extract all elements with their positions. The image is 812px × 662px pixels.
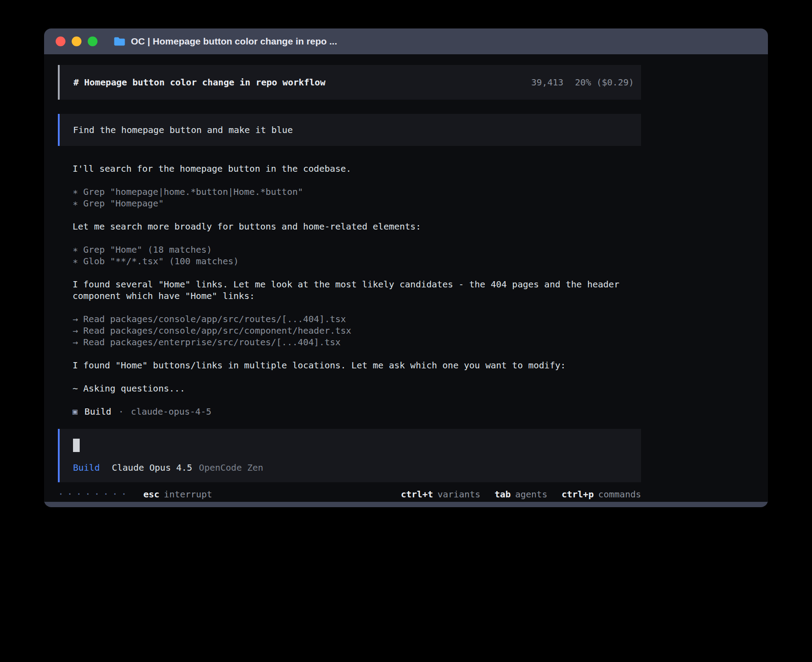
user-message-text: Find the homepage button and make it blu… (73, 125, 293, 135)
user-message: Find the homepage button and make it blu… (58, 114, 641, 146)
session-title: # Homepage button color change in repo w… (73, 77, 325, 88)
shortcut-label: agents (515, 488, 547, 500)
text-cursor (73, 439, 80, 452)
tool-call-grep: ∗ Grep "homepage|home.*button|Home.*butt… (73, 186, 641, 198)
shortcut-key: ctrl+p (561, 488, 593, 500)
spinner-dots: ········ (58, 488, 130, 500)
asking-questions-status: ~ Asking questions... (73, 383, 641, 394)
prompt-input[interactable]: Build Claude Opus 4.5 OpenCode Zen (58, 429, 641, 482)
provider-label: OpenCode Zen (199, 462, 264, 473)
agent-separator: · (118, 406, 124, 417)
status-bar-left: ········ esc interrupt (58, 488, 212, 500)
shortcut-label: commands (598, 488, 641, 500)
assistant-paragraph: I found several "Home" links. Let me loo… (73, 279, 641, 302)
session-content: # Homepage button color change in repo w… (44, 54, 641, 500)
agent-name: Build (85, 406, 111, 417)
token-count: 39,413 (531, 77, 563, 88)
tool-call-glob: ∗ Glob "**/*.tsx" (100 matches) (73, 255, 641, 267)
traffic-lights (56, 36, 97, 46)
input-modeline: Build Claude Opus 4.5 OpenCode Zen (73, 462, 628, 473)
status-bar: ········ esc interrupt ctrl+t variants t… (58, 488, 641, 500)
terminal-body: # Homepage button color change in repo w… (44, 54, 768, 502)
shortcut-label: variants (438, 488, 480, 500)
session-stats: 39,413 20% ($0.29) (531, 77, 634, 88)
shortcut-agents: tab agents (495, 488, 547, 500)
shortcut-key: ctrl+t (401, 488, 433, 500)
assistant-messages: I'll search for the homepage button in t… (73, 163, 641, 417)
shortcut-commands: ctrl+p commands (561, 488, 641, 500)
interrupt-key: esc (143, 488, 159, 500)
tool-call-read: → Read packages/console/app/src/routes/[… (73, 313, 641, 325)
tool-call-read: → Read packages/enterprise/src/routes/[.… (73, 336, 641, 348)
context-percent-cost: 20% ($0.29) (575, 77, 634, 88)
titlebar: OC | Homepage button color change in rep… (44, 28, 768, 54)
shortcut-key: tab (495, 488, 511, 500)
tool-call-group-2: ∗ Grep "Home" (18 matches) ∗ Glob "**/*.… (73, 244, 641, 267)
assistant-paragraph: I'll search for the homepage button in t… (73, 163, 641, 174)
tool-call-grep: ∗ Grep "Home" (18 matches) (73, 244, 641, 255)
tool-call-group-3: → Read packages/console/app/src/routes/[… (73, 313, 641, 348)
model-label: Claude Opus 4.5 (112, 462, 192, 473)
terminal-window: OC | Homepage button color change in rep… (44, 28, 768, 507)
folder-icon (114, 36, 126, 46)
tool-call-group-1: ∗ Grep "homepage|home.*button|Home.*butt… (73, 186, 641, 209)
minimize-button[interactable] (72, 36, 81, 46)
session-header: # Homepage button color change in repo w… (58, 65, 641, 100)
agent-model: claude-opus-4-5 (131, 406, 211, 417)
close-button[interactable] (56, 36, 65, 46)
zoom-button[interactable] (88, 36, 97, 46)
mode-label[interactable]: Build (73, 462, 100, 473)
assistant-paragraph: I found "Home" buttons/links in multiple… (73, 359, 641, 371)
shortcut-variants: ctrl+t variants (401, 488, 480, 500)
tool-call-grep: ∗ Grep "Homepage" (73, 198, 641, 209)
interrupt-label: interrupt (164, 488, 212, 500)
interrupt-hint: esc interrupt (143, 488, 212, 500)
window-title: OC | Homepage button color change in rep… (131, 36, 337, 47)
tool-call-read: → Read packages/console/app/src/componen… (73, 325, 641, 336)
status-bar-right: ctrl+t variants tab agents ctrl+p comman… (401, 488, 641, 500)
assistant-paragraph: Let me search more broadly for buttons a… (73, 221, 641, 232)
agent-icon: ▣ (73, 406, 77, 417)
agent-status-line: ▣ Build · claude-opus-4-5 (73, 406, 641, 417)
